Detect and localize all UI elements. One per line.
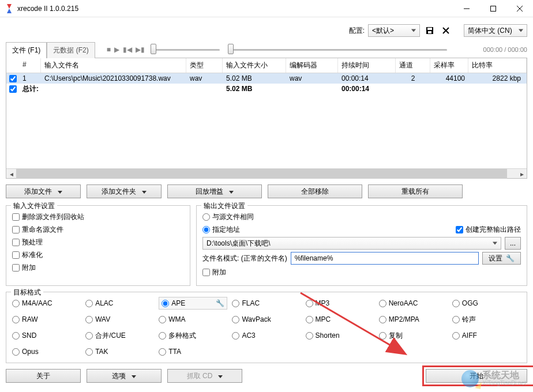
- filename-pattern-input[interactable]: [291, 252, 479, 265]
- scroll-left-icon[interactable]: ◂: [6, 169, 16, 179]
- col-codec[interactable]: 编解码器: [286, 58, 338, 73]
- scroll-thumb[interactable]: [16, 169, 507, 179]
- add-file-button[interactable]: 添加文件: [6, 184, 81, 198]
- format-radio[interactable]: [306, 300, 313, 307]
- format-tta[interactable]: TTA: [159, 345, 227, 358]
- row-checkbox[interactable]: [9, 75, 17, 82]
- language-select[interactable]: 简体中文 (CN): [464, 24, 527, 37]
- format-neroaac[interactable]: NeroAAC: [379, 297, 448, 310]
- input-append-checkbox[interactable]: [12, 264, 20, 272]
- format-opus[interactable]: Opus: [12, 345, 81, 358]
- replaygain-button[interactable]: 回放增益: [167, 184, 262, 198]
- format-radio[interactable]: [379, 316, 386, 323]
- remove-all-button[interactable]: 全部移除: [268, 184, 362, 198]
- specify-path-radio[interactable]: [202, 226, 210, 233]
- format-shorten[interactable]: Shorten: [306, 329, 374, 342]
- preprocess-checkbox[interactable]: [12, 239, 20, 246]
- format-radio[interactable]: [306, 316, 313, 323]
- format--cue[interactable]: 合并/CUE: [85, 329, 154, 342]
- format-radio[interactable]: [452, 332, 460, 340]
- format-radio[interactable]: [85, 316, 93, 323]
- format-radio[interactable]: [12, 348, 20, 356]
- output-path-combo[interactable]: D:\tools\桌面\下载吧\: [202, 237, 501, 250]
- minimize-button[interactable]: [453, 0, 480, 17]
- format-radio[interactable]: [232, 300, 239, 307]
- create-full-path-checkbox[interactable]: [456, 226, 463, 233]
- add-folder-button[interactable]: 添加文件夹: [87, 184, 162, 198]
- format-radio[interactable]: [12, 332, 20, 340]
- rename-src-checkbox[interactable]: [12, 226, 20, 233]
- reload-all-button[interactable]: 重载所有: [368, 184, 463, 198]
- close-button[interactable]: [506, 0, 533, 17]
- format-raw[interactable]: RAW: [12, 313, 81, 326]
- maximize-button[interactable]: [480, 0, 506, 17]
- format-radio[interactable]: [379, 332, 386, 340]
- format-mp2-mpa[interactable]: MP2/MPA: [379, 313, 448, 326]
- play-icon[interactable]: ▶: [114, 46, 119, 54]
- format--[interactable]: 多种格式: [159, 329, 227, 342]
- next-icon[interactable]: ▶▮: [136, 46, 145, 54]
- format-radio[interactable]: [162, 300, 169, 307]
- format-radio[interactable]: [12, 300, 20, 307]
- scroll-right-icon[interactable]: ▸: [517, 169, 527, 179]
- col-channels[interactable]: 通道: [396, 58, 430, 73]
- format-radio[interactable]: [452, 300, 460, 307]
- grab-cd-button[interactable]: 抓取 CD: [167, 369, 242, 383]
- format-m4a-aac[interactable]: M4A/AAC: [12, 297, 81, 310]
- about-button[interactable]: 关于: [6, 369, 81, 383]
- save-config-button[interactable]: [423, 24, 436, 37]
- format-wav[interactable]: WAV: [85, 313, 154, 326]
- options-button[interactable]: 选项: [87, 369, 162, 383]
- progress-slider[interactable]: [228, 44, 447, 55]
- same-as-src-radio[interactable]: [202, 213, 210, 221]
- stop-icon[interactable]: ■: [107, 46, 111, 54]
- format-radio[interactable]: [85, 348, 93, 356]
- format-radio[interactable]: [232, 316, 239, 323]
- format-tak[interactable]: TAK: [85, 345, 154, 358]
- format-radio[interactable]: [85, 332, 93, 340]
- format--[interactable]: 复制: [379, 329, 448, 342]
- format-flac[interactable]: FLAC: [232, 297, 301, 310]
- format-radio[interactable]: [232, 332, 239, 340]
- format-ape[interactable]: APE🔧: [159, 297, 227, 310]
- grid-hscrollbar[interactable]: ◂ ▸: [6, 168, 527, 178]
- format-wma[interactable]: WMA: [159, 313, 227, 326]
- config-select[interactable]: <默认>: [368, 24, 420, 37]
- format-wavpack[interactable]: WavPack: [232, 313, 301, 326]
- format-radio[interactable]: [159, 316, 166, 323]
- col-size[interactable]: 输入文件大小: [223, 58, 286, 73]
- prev-icon[interactable]: ▮◀: [123, 46, 132, 54]
- format-radio[interactable]: [159, 348, 166, 356]
- normalize-checkbox[interactable]: [12, 251, 20, 259]
- format-mpc[interactable]: MPC: [306, 313, 374, 326]
- tab-files[interactable]: 文件 (F1): [6, 42, 47, 58]
- format-mp3[interactable]: MP3: [306, 297, 374, 310]
- delete-config-button[interactable]: [440, 24, 452, 37]
- format-radio[interactable]: [306, 332, 313, 340]
- browse-path-button[interactable]: ...: [505, 237, 521, 250]
- format-radio[interactable]: [85, 300, 93, 307]
- format-ac3[interactable]: AC3: [232, 329, 301, 342]
- format-radio[interactable]: [12, 316, 20, 323]
- col-index[interactable]: #: [19, 58, 41, 73]
- del-recycle-checkbox[interactable]: [12, 213, 20, 221]
- tab-metadata[interactable]: 元数据 (F2): [47, 42, 95, 58]
- format--[interactable]: 铃声: [452, 313, 521, 326]
- col-samplerate[interactable]: 采样率: [430, 58, 468, 73]
- output-append-checkbox[interactable]: [202, 269, 210, 276]
- format-aiff[interactable]: AIFF: [452, 329, 521, 342]
- pattern-settings-button[interactable]: 设置🔧: [482, 252, 521, 265]
- col-duration[interactable]: 持续时间: [338, 58, 396, 73]
- total-checkbox[interactable]: [9, 85, 17, 93]
- col-bitrate[interactable]: 比特率: [468, 58, 527, 73]
- format-alac[interactable]: ALAC: [85, 297, 154, 310]
- format-radio[interactable]: [159, 332, 166, 340]
- wrench-icon[interactable]: 🔧: [215, 299, 224, 308]
- table-row[interactable]: 1 C:\Users\pc\Music\20210330091738.wav w…: [6, 73, 527, 84]
- format-radio[interactable]: [379, 300, 386, 307]
- start-button[interactable]: 开始: [426, 369, 527, 383]
- volume-slider[interactable]: [151, 44, 220, 55]
- format-radio[interactable]: [452, 316, 460, 323]
- col-filename[interactable]: 输入文件名: [41, 58, 186, 73]
- format-ogg[interactable]: OGG: [452, 297, 521, 310]
